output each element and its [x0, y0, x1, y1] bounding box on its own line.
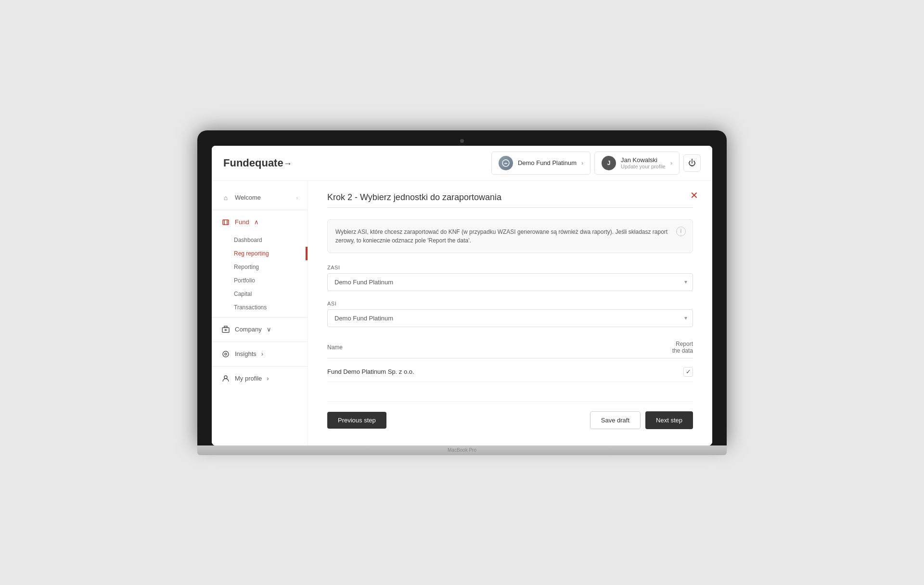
sidebar-item-capital[interactable]: Capital	[212, 287, 308, 301]
welcome-chevron-icon: ›	[296, 195, 298, 201]
logo-equate-text: equate	[249, 157, 283, 169]
asi-label: ASI	[327, 301, 693, 306]
table-header: Name Reportthe data	[327, 337, 693, 358]
svg-point-9	[225, 353, 227, 355]
sidebar-item-transactions[interactable]: Transactions	[212, 301, 308, 314]
fund-nav-label: Fund	[235, 218, 249, 226]
fund-sub-menu: Dashboard Reg reporting Reporting	[212, 233, 308, 314]
user-avatar: J	[602, 156, 616, 170]
sidebar-item-portfolio[interactable]: Portfolio	[212, 274, 308, 287]
info-icon-symbol: i	[680, 227, 681, 235]
logo-fund-text: Fund	[223, 157, 249, 169]
sidebar-item-my-profile[interactable]: My profile ›	[212, 369, 308, 388]
laptop-camera	[460, 139, 464, 143]
entities-table: Name Reportthe data Fund Demo Platinum S…	[327, 337, 693, 382]
transactions-label: Transactions	[234, 304, 267, 311]
company-chevron-icon: ∨	[267, 326, 271, 333]
home-icon: ⌂	[221, 193, 230, 202]
user-profile-button[interactable]: J Jan Kowalski Update your profile ›	[594, 152, 680, 175]
power-icon: ⏻	[688, 159, 696, 167]
zasi-select-wrapper: Demo Fund Platinum	[327, 273, 693, 291]
table-row: Fund Demo Platinum Sp. z o.o. ✓	[327, 362, 693, 382]
fund-chevron-down-icon: ∧	[254, 218, 259, 226]
power-button[interactable]: ⏻	[683, 154, 701, 172]
zasi-section: ZASI Demo Fund Platinum	[327, 265, 693, 291]
previous-step-button[interactable]: Previous step	[327, 412, 386, 429]
sidebar-item-reg-reporting[interactable]: Reg reporting	[212, 247, 308, 260]
dashboard-label: Dashboard	[234, 237, 262, 243]
table-col-report: Reportthe data	[672, 341, 693, 354]
profile-chevron-icon: ›	[267, 375, 269, 382]
portfolio-label: Portfolio	[234, 277, 255, 284]
profile-icon	[221, 374, 230, 383]
macbook-label: MacBook Pro	[448, 447, 476, 453]
svg-rect-5	[224, 326, 227, 328]
main-content: ✕ Krok 2 - Wybierz jednostki do zaraport…	[308, 181, 712, 445]
info-icon-button[interactable]: i	[676, 227, 686, 236]
profile-nav-label: My profile	[235, 375, 262, 382]
app-logo: Fundequate→	[223, 157, 292, 169]
user-chevron-icon: ›	[670, 160, 672, 166]
app-header: Fundequate→ Demo Fund Platinum ›	[212, 146, 712, 181]
welcome-label: Welcome	[235, 194, 291, 201]
fund-name-label: Demo Fund Platinum	[518, 159, 577, 166]
sidebar: ⌂ Welcome ›	[212, 181, 308, 445]
divider-4	[212, 366, 308, 367]
info-banner: Wybierz ASI, które chcesz zaraportować d…	[327, 219, 693, 253]
laptop-wrapper: Fundequate→ Demo Fund Platinum ›	[197, 130, 727, 455]
insights-nav-label: Insights	[235, 350, 257, 357]
insights-chevron-icon: ›	[261, 350, 263, 357]
user-info: Jan Kowalski Update your profile	[621, 156, 666, 169]
close-icon: ✕	[690, 190, 698, 201]
divider-2	[212, 317, 308, 318]
zasi-label: ZASI	[327, 265, 693, 270]
fund-icon	[221, 218, 230, 227]
screen-inner: Fundequate→ Demo Fund Platinum ›	[212, 146, 712, 445]
svg-point-8	[223, 351, 229, 357]
footer-actions: Previous step Save draft Next step	[327, 401, 693, 434]
divider-3	[212, 342, 308, 342]
laptop-screen: Fundequate→ Demo Fund Platinum ›	[197, 130, 727, 445]
reg-reporting-label: Reg reporting	[234, 250, 269, 257]
asi-section: ASI Demo Fund Platinum	[327, 301, 693, 327]
user-name-label: Jan Kowalski	[621, 156, 666, 164]
laptop-bottom: MacBook Pro	[197, 445, 727, 455]
sidebar-item-dashboard[interactable]: Dashboard	[212, 233, 308, 247]
zasi-select[interactable]: Demo Fund Platinum	[327, 273, 693, 291]
capital-label: Capital	[234, 291, 252, 297]
sidebar-item-reg-reporting-wrapper: Reg reporting	[212, 247, 308, 260]
user-subtitle-label: Update your profile	[621, 164, 666, 169]
sidebar-item-welcome[interactable]: ⌂ Welcome ›	[212, 189, 308, 207]
check-icon: ✓	[686, 368, 691, 375]
active-nav-indicator	[306, 247, 308, 260]
svg-point-10	[224, 376, 227, 379]
sidebar-item-fund[interactable]: Fund ∧	[212, 213, 308, 231]
divider-1	[212, 210, 308, 210]
sidebar-item-company[interactable]: Company ∨	[212, 320, 308, 339]
main-layout: ⌂ Welcome ›	[212, 181, 712, 445]
svg-rect-1	[223, 220, 229, 225]
asi-select-wrapper: Demo Fund Platinum	[327, 309, 693, 327]
sidebar-item-insights[interactable]: Insights ›	[212, 345, 308, 363]
table-col-name: Name	[327, 344, 343, 351]
app-container: Fundequate→ Demo Fund Platinum ›	[212, 146, 712, 445]
info-banner-text: Wybierz ASI, które chcesz zaraportować d…	[335, 229, 667, 244]
btn-group-right: Save draft Next step	[590, 411, 693, 429]
fund-chevron-icon: ›	[581, 160, 583, 166]
company-icon	[221, 325, 230, 334]
fund-avatar	[499, 156, 513, 170]
reporting-label: Reporting	[234, 264, 259, 270]
report-checkbox[interactable]: ✓	[683, 367, 693, 377]
step-title: Krok 2 - Wybierz jednostki do zaraportow…	[327, 192, 693, 208]
company-nav-label: Company	[235, 326, 262, 333]
sidebar-item-reporting[interactable]: Reporting	[212, 260, 308, 274]
fund-selector-button[interactable]: Demo Fund Platinum ›	[491, 152, 590, 175]
logo-arrow: →	[283, 159, 292, 168]
entity-name: Fund Demo Platinum Sp. z o.o.	[327, 368, 414, 375]
insights-icon	[221, 350, 230, 358]
asi-select[interactable]: Demo Fund Platinum	[327, 309, 693, 327]
close-button[interactable]: ✕	[687, 189, 701, 202]
save-draft-button[interactable]: Save draft	[590, 411, 641, 429]
header-right: Demo Fund Platinum › J Jan Kowalski Upda…	[491, 152, 701, 175]
next-step-button[interactable]: Next step	[645, 411, 693, 429]
